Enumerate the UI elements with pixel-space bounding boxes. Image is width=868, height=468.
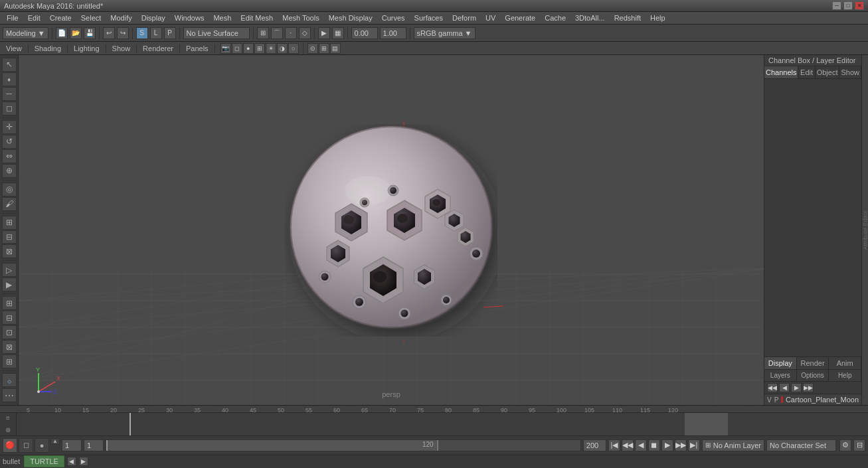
face-select-button[interactable]: ◻: [2, 102, 17, 116]
menu-generate[interactable]: Generate: [501, 13, 539, 24]
minimize-button[interactable]: ─: [832, 1, 841, 10]
goto-start-button[interactable]: |◀: [608, 439, 620, 451]
anim-end-frame[interactable]: 200: [583, 439, 606, 451]
bottom-icon-3[interactable]: ●: [35, 438, 49, 453]
show-manip-button[interactable]: ⊞: [2, 216, 17, 230]
menu-mesh-tools[interactable]: Mesh Tools: [278, 13, 323, 24]
render-button[interactable]: ▶: [318, 27, 330, 39]
color-space-dropdown[interactable]: sRGB gamma ▼: [414, 27, 476, 39]
grid-button[interactable]: ⊞: [319, 43, 329, 54]
play-button[interactable]: ▶: [661, 439, 673, 451]
menu-cache[interactable]: Cache: [541, 13, 570, 24]
solver-prev-button[interactable]: ◀: [67, 457, 76, 466]
viewport-tab-renderer[interactable]: Renderer: [139, 44, 177, 53]
camera-icon[interactable]: 📷: [220, 43, 231, 54]
menu-3dtoall[interactable]: 3DtoAll...: [571, 13, 609, 24]
select-tool-button[interactable]: S: [136, 27, 148, 39]
goto-end-button[interactable]: ▶|: [688, 439, 700, 451]
stepper-up[interactable]: ▲: [50, 438, 60, 445]
layer-next-next-button[interactable]: ▶▶: [803, 383, 814, 392]
ipr-button[interactable]: ▶: [2, 277, 17, 291]
maximize-button[interactable]: □: [843, 1, 853, 10]
menu-help[interactable]: Help: [646, 13, 669, 24]
menu-uv[interactable]: UV: [481, 13, 499, 24]
close-button[interactable]: ✕: [855, 1, 864, 10]
lasso-tool-button[interactable]: L: [150, 27, 162, 39]
open-scene-button[interactable]: 📂: [70, 27, 82, 39]
workspace-dropdown[interactable]: Modeling ▼: [3, 27, 48, 39]
snap-surface-button[interactable]: ◇: [299, 27, 311, 39]
sub-tab-options[interactable]: Options: [797, 370, 829, 381]
menu-select[interactable]: Select: [77, 13, 106, 24]
sub-tab-layers[interactable]: Layers: [764, 370, 797, 381]
side-view-button[interactable]: ⊠: [2, 340, 17, 354]
menu-edit-mesh[interactable]: Edit Mesh: [236, 13, 277, 24]
menu-create[interactable]: Create: [46, 13, 76, 24]
timeline-icon-1[interactable]: ≡: [3, 413, 13, 424]
vertex-select-button[interactable]: ⬧: [2, 72, 17, 86]
attribute-editor-tab[interactable]: Attribute Editor: [861, 55, 868, 405]
stop-button[interactable]: ◼: [648, 439, 660, 451]
snap-grid-button[interactable]: ⊞: [257, 27, 269, 39]
menu-redshift[interactable]: Redshift: [610, 13, 645, 24]
viewport-tab-panels[interactable]: Panels: [183, 44, 212, 53]
layer-item[interactable]: V P Cartoon_Planet_Moon: [764, 394, 861, 405]
axes-icon[interactable]: ⬦: [2, 373, 17, 387]
quick-layout-button[interactable]: ⊞: [2, 296, 17, 310]
top-view-button[interactable]: ⊞: [2, 354, 17, 368]
step-back-button[interactable]: ◀◀: [622, 439, 634, 451]
menu-display[interactable]: Display: [137, 13, 169, 24]
menu-curves[interactable]: Curves: [378, 13, 409, 24]
menu-mesh-display[interactable]: Mesh Display: [325, 13, 377, 24]
paint-weights-button[interactable]: 🖌: [2, 197, 17, 211]
viewport[interactable]: X Y Z persp: [19, 55, 764, 405]
menu-edit[interactable]: Edit: [24, 13, 44, 24]
tab-object[interactable]: Object: [816, 66, 840, 78]
menu-mesh[interactable]: Mesh: [209, 13, 235, 24]
edge-select-button[interactable]: ─: [2, 87, 17, 101]
viewport-tab-view[interactable]: View: [3, 44, 25, 53]
menu-modify[interactable]: Modify: [106, 13, 135, 24]
anim-current-frame[interactable]: 1: [84, 439, 104, 451]
smooth-shade-button[interactable]: ●: [243, 43, 254, 54]
shadow-button[interactable]: ◑: [277, 43, 288, 54]
snap-curve-button[interactable]: ⌒: [271, 27, 283, 39]
tab-display[interactable]: Display: [764, 357, 797, 369]
menu-file[interactable]: File: [3, 13, 23, 24]
snap-together-button[interactable]: ⊟: [2, 230, 17, 244]
wireframe-button[interactable]: ◻: [232, 43, 242, 54]
ao-button[interactable]: ○: [288, 43, 299, 54]
undo-button[interactable]: ↩: [103, 27, 115, 39]
redo-button[interactable]: ↪: [117, 27, 129, 39]
sphere-3d-object[interactable]: [285, 124, 497, 337]
layer-visibility-check[interactable]: V: [767, 396, 772, 404]
align-button[interactable]: ⊠: [2, 244, 17, 258]
sub-tab-help[interactable]: Help: [829, 370, 861, 381]
tab-edit[interactable]: Edit: [798, 66, 815, 78]
turtle-solver-button[interactable]: TURTLE: [24, 455, 64, 467]
bookmarks-button[interactable]: ⊟: [2, 311, 17, 325]
soft-select-button[interactable]: ◎: [2, 183, 17, 196]
animation-range-bar[interactable]: 120: [106, 439, 581, 451]
render-region-button[interactable]: ▦: [332, 27, 344, 39]
timeline-icon-2[interactable]: ⊕: [3, 425, 13, 435]
anim-settings-button[interactable]: ⚙: [839, 439, 851, 451]
no-anim-layer-field[interactable]: ⊞ No Anim Layer: [702, 439, 764, 451]
menu-surfaces[interactable]: Surfaces: [410, 13, 447, 24]
tab-anim[interactable]: Anim: [829, 357, 861, 369]
bottom-icon-2[interactable]: ◻: [19, 438, 33, 453]
anim-start-frame[interactable]: 1: [62, 439, 82, 451]
paint-tool-button[interactable]: P: [164, 27, 176, 39]
texture-button[interactable]: ⊞: [254, 43, 265, 54]
next-key-button[interactable]: ▶▶: [675, 439, 687, 451]
isolate-select-button[interactable]: ⊙: [307, 43, 318, 54]
value-field-1[interactable]: 0.00: [351, 27, 378, 39]
render-icon-button[interactable]: ▷: [2, 263, 17, 277]
bottom-icon-1[interactable]: 🔴: [3, 438, 17, 453]
scale-tool-button[interactable]: ⇔: [2, 149, 17, 163]
value-field-2[interactable]: 1.00: [380, 27, 406, 39]
no-char-set-field[interactable]: No Character Set: [766, 439, 836, 451]
timeline-ruler[interactable]: 5 10 15 20 25 30 35 40 45 50 55 60 65 70…: [0, 406, 868, 413]
viewport-tab-shading[interactable]: Shading: [31, 44, 64, 53]
tab-channels[interactable]: Channels: [764, 66, 798, 78]
